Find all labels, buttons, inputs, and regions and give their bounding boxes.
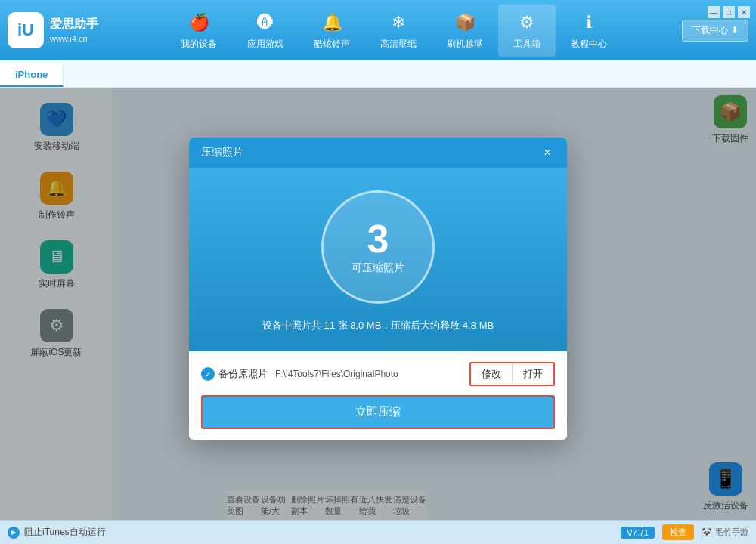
check-circle-icon: ✓ [201,367,215,381]
status-right: V7.71 检查 🐼 毛竹手游 [621,524,748,540]
compress-now-button[interactable]: 立即压缩 [201,395,555,429]
modify-path-button[interactable]: 修改 [471,363,513,385]
nav-wallpaper-label: 高清壁纸 [380,38,417,51]
watermark-icon: 🐼 [702,527,712,537]
nav-jailbreak[interactable]: 📦 刷机越狱 [432,5,498,57]
logo-area: iU 爱思助手 www.i4.cn [8,12,106,48]
nav-my-device[interactable]: 🍎 我的设备 [166,5,232,57]
main-content: 💙 安装移动端 🔔 制作铃声 🖥 实时屏幕 ⚙ 屏蔽iOS更新 查看设备美图 设… [0,88,756,520]
modal-body: 3 可压缩照片 设备中照片共 11 张 8.0 MB，压缩后大约释放 4.8 M… [189,168,567,351]
toolbox-icon: ⚙ [515,11,539,35]
nav-tutorials[interactable]: ℹ 教程中心 [556,5,622,57]
counter-number: 3 [367,219,389,258]
header: iU 爱思助手 www.i4.cn 🍎 我的设备 🅐 应用游戏 🔔 酷炫铃声 ❄… [0,0,756,60]
watermark-text: 毛竹手游 [715,527,748,538]
brand-name: 爱思助手 [50,16,98,32]
status-left: ▶ 阻止iTunes自动运行 [8,526,106,539]
tutorials-icon: ℹ [577,11,601,35]
minimize-button[interactable]: — [708,6,720,18]
tab-bar: iPhone [0,60,756,88]
main-nav: 🍎 我的设备 🅐 应用游戏 🔔 酷炫铃声 ❄ 高清壁纸 📦 刷机越狱 ⚙ 工具箱… [106,5,682,57]
photo-counter-circle: 3 可压缩照片 [321,190,435,304]
backup-label-row: ✓ 备份原照片 [201,367,268,381]
wallpaper-icon: ❄ [386,11,411,35]
nav-my-device-label: 我的设备 [181,38,217,51]
nav-ringtones-label: 酷炫铃声 [314,38,350,51]
brand-url: www.i4.cn [50,33,98,45]
modal-header: 压缩照片 × [189,138,567,168]
tab-iphone-label: iPhone [15,69,48,80]
apple-icon: 🍎 [187,11,211,35]
logo-icon: iU [8,12,44,48]
version-badge: V7.71 [621,527,655,539]
download-icon: ⬇ [731,25,739,36]
nav-apps-label: 应用游戏 [247,38,284,51]
nav-toolbox-label: 工具箱 [513,38,541,51]
open-path-button[interactable]: 打开 [513,363,553,385]
compress-photos-modal: 压缩照片 × 3 可压缩照片 设备中照片共 11 张 8.0 MB，压缩后大约释… [189,138,567,440]
modal-close-button[interactable]: × [540,145,555,160]
path-buttons: 修改 打开 [469,362,555,386]
header-right: 下载中心 ⬇ [682,20,748,42]
close-button[interactable]: ✕ [738,6,750,18]
tab-iphone[interactable]: iPhone [0,63,64,87]
jailbreak-icon: 📦 [453,11,477,35]
restore-button[interactable]: □ [723,6,735,18]
nav-jailbreak-label: 刷机越狱 [447,38,483,51]
window-controls: — □ ✕ [708,6,750,18]
path-row: ✓ 备份原照片 F:\i4Tools7\Files\OriginalPhoto … [201,362,555,386]
modal-overlay: 压缩照片 × 3 可压缩照片 设备中照片共 11 张 8.0 MB，压缩后大约释… [0,88,756,520]
modal-title: 压缩照片 [201,146,243,159]
nav-ringtones[interactable]: 🔔 酷炫铃声 [299,5,365,57]
modal-footer: ✓ 备份原照片 F:\i4Tools7\Files\OriginalPhoto … [189,351,567,440]
logo-text: 爱思助手 www.i4.cn [50,16,98,45]
nav-toolbox[interactable]: ⚙ 工具箱 [498,5,556,57]
counter-label: 可压缩照片 [352,261,404,275]
compression-info-text: 设备中照片共 11 张 8.0 MB，压缩后大约释放 4.8 MB [262,319,494,332]
stop-itunes-label: 阻止iTunes自动运行 [24,526,106,539]
path-value: F:\i4Tools7\Files\OriginalPhoto [275,369,462,379]
check-update-button[interactable]: 检查 [662,524,694,540]
watermark: 🐼 毛竹手游 [702,527,748,538]
nav-tutorials-label: 教程中心 [571,38,607,51]
nav-wallpaper[interactable]: ❄ 高清壁纸 [365,5,432,57]
backup-label: 备份原照片 [218,367,268,381]
apps-icon: 🅐 [253,11,277,35]
download-center-button[interactable]: 下载中心 ⬇ [682,20,748,42]
ringtone-icon: 🔔 [320,11,344,35]
status-circle-icon: ▶ [8,527,20,539]
download-center-label: 下载中心 [692,24,728,37]
nav-apps-games[interactable]: 🅐 应用游戏 [232,5,299,57]
status-bar: ▶ 阻止iTunes自动运行 V7.71 检查 🐼 毛竹手游 [0,520,756,544]
